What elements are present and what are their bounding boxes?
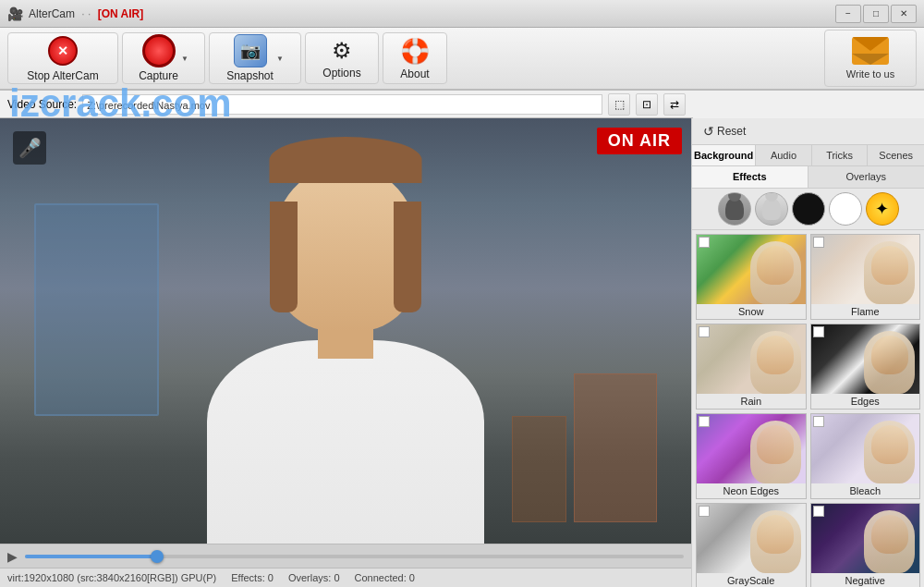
reset-icon: ↺ <box>703 124 714 139</box>
effect-thumbnail-1 <box>811 235 920 304</box>
capture-button[interactable]: Capture ▼ <box>122 32 205 84</box>
effect-thumbnail-0 <box>697 235 806 304</box>
effect-label-5: Bleach <box>811 483 920 498</box>
black-circle-icon[interactable] <box>792 192 825 226</box>
main-layout: ON AIR 🎤 ▶ virt:1920x1080 (src:3840x2160… <box>0 118 924 587</box>
effect-label-2: Rain <box>697 394 806 409</box>
effect-label-6: GrayScale <box>697 573 806 587</box>
flip-button[interactable]: ⇄ <box>663 93 686 116</box>
silhouette-dark-icon[interactable] <box>718 192 751 226</box>
effect-checkbox-4[interactable] <box>699 416 710 427</box>
effect-checkbox-7[interactable] <box>813 506 824 517</box>
effect-face-0 <box>750 241 801 304</box>
effect-label-7: Negative <box>811 573 920 587</box>
envelope-icon <box>852 37 889 65</box>
stop-icon: ✕ <box>46 34 79 67</box>
write-to-us-label: Write to us <box>846 68 894 79</box>
aspect-button[interactable]: ⊡ <box>636 93 658 116</box>
effect-face-6 <box>750 510 801 573</box>
tab-audio[interactable]: Audio <box>756 145 812 165</box>
effect-thumbnail-5 <box>811 414 920 483</box>
snapshot-dropdown-arrow[interactable]: ▼ <box>276 55 284 63</box>
stop-altercam-button[interactable]: ✕ Stop AlterCam <box>7 32 118 84</box>
capture-icon <box>142 34 176 67</box>
overlays-status: Overlays: 0 <box>288 572 340 583</box>
effect-item-flame[interactable]: Flame <box>810 234 921 320</box>
effect-label-4: Neon Edges <box>697 483 806 498</box>
effect-label-1: Flame <box>811 304 920 319</box>
maximize-button[interactable]: □ <box>863 5 889 23</box>
effect-face-4 <box>750 421 801 483</box>
connected-status: Connected: 0 <box>355 572 415 583</box>
effect-thumbnail-4 <box>697 414 806 483</box>
effect-checkbox-1[interactable] <box>813 237 824 248</box>
effect-face-1 <box>864 241 915 304</box>
effect-checkbox-2[interactable] <box>699 326 710 337</box>
right-tabs: Background Audio Tricks Scenes <box>692 145 924 166</box>
mic-icon: 🎤 <box>18 137 42 159</box>
options-button[interactable]: ⚙ Options <box>305 32 379 84</box>
effects-grid: SnowFlameRainEdgesNeon EdgesBleachGraySc… <box>692 230 924 587</box>
video-source-label: Video Source: <box>7 98 77 111</box>
reset-button[interactable]: ↺ Reset <box>699 122 749 141</box>
effect-item-neon-edges[interactable]: Neon Edges <box>696 413 807 499</box>
effect-item-snow[interactable]: Snow <box>696 234 807 320</box>
scrubber-thumb[interactable] <box>151 550 164 563</box>
video-content <box>0 118 691 544</box>
effect-thumbnail-6 <box>697 504 806 573</box>
video-source-bar: Video Source: Z:\prerecorded\Nastya.mov … <box>0 91 693 118</box>
active-effect-icon[interactable]: ✦ <box>866 192 899 226</box>
video-area: ON AIR 🎤 <box>0 118 691 544</box>
effect-thumbnail-3 <box>811 324 920 394</box>
about-icon: 🛟 <box>398 37 432 66</box>
effect-thumbnail-2 <box>697 324 806 394</box>
crop-button[interactable]: ⬚ <box>608 93 630 116</box>
resolution-status: virt:1920x1080 (src:3840x2160[RGB]) GPU(… <box>7 572 216 583</box>
effect-checkbox-3[interactable] <box>813 326 824 337</box>
right-top-bar: ↺ Reset <box>692 118 924 145</box>
effect-thumbnail-7 <box>811 504 920 573</box>
titlebar: 🎥 AlterCam · · [ON AIR] − □ ✕ <box>0 0 924 28</box>
effect-item-edges[interactable]: Edges <box>810 324 921 410</box>
effect-checkbox-0[interactable] <box>699 237 710 248</box>
on-air-badge: ON AIR <box>597 128 682 154</box>
tab-background[interactable]: Background <box>692 145 756 165</box>
play-icon: ▶ <box>7 549 18 564</box>
close-button[interactable]: ✕ <box>891 5 917 23</box>
white-circle-icon[interactable] <box>829 192 862 226</box>
effect-item-rain[interactable]: Rain <box>696 324 807 410</box>
effect-face-3 <box>864 331 915 394</box>
effect-checkbox-5[interactable] <box>813 416 824 427</box>
snapshot-icon: 📷 <box>234 34 267 67</box>
write-to-us-button[interactable]: Write to us <box>824 30 917 87</box>
effect-item-bleach[interactable]: Bleach <box>810 413 921 499</box>
subtabs: Effects Overlays <box>692 166 924 188</box>
effects-status: Effects: 0 <box>231 572 274 583</box>
minimize-button[interactable]: − <box>835 5 861 23</box>
silhouette-light-icon[interactable] <box>755 192 788 226</box>
effect-label-0: Snow <box>697 304 806 319</box>
tab-tricks[interactable]: Tricks <box>812 145 869 165</box>
timeline: ▶ <box>0 544 691 568</box>
effect-item-grayscale[interactable]: GrayScale <box>696 503 807 587</box>
tab-scenes[interactable]: Scenes <box>868 145 924 165</box>
scrubber-track[interactable] <box>25 555 684 558</box>
effect-item-negative[interactable]: Negative <box>810 503 921 587</box>
app-icon: 🎥 <box>7 6 23 21</box>
scrubber-fill <box>25 555 157 558</box>
snapshot-button[interactable]: 📷 Snapshot ▼ <box>209 32 301 84</box>
titlebar-title: AlterCam · · [ON AIR] <box>29 7 833 20</box>
effect-face-7 <box>864 510 915 573</box>
video-source-path: Z:\prerecorded\Nastya.mov <box>82 94 602 115</box>
effect-face-2 <box>750 331 801 394</box>
toolbar: ✕ Stop AlterCam Capture ▼ 📷 Snapshot ▼ ⚙… <box>0 28 924 91</box>
mic-button[interactable]: 🎤 <box>13 131 46 165</box>
subtab-effects[interactable]: Effects <box>692 166 808 187</box>
effect-label-3: Edges <box>811 394 920 409</box>
effect-checkbox-6[interactable] <box>699 506 710 517</box>
statusbar: virt:1920x1080 (src:3840x2160[RGB]) GPU(… <box>0 568 691 587</box>
capture-dropdown-arrow[interactable]: ▼ <box>181 55 188 63</box>
about-button[interactable]: 🛟 About <box>383 32 447 84</box>
subtab-overlays[interactable]: Overlays <box>808 166 925 187</box>
right-panel: ↺ Reset Background Audio Tricks Scenes E… <box>691 118 924 587</box>
